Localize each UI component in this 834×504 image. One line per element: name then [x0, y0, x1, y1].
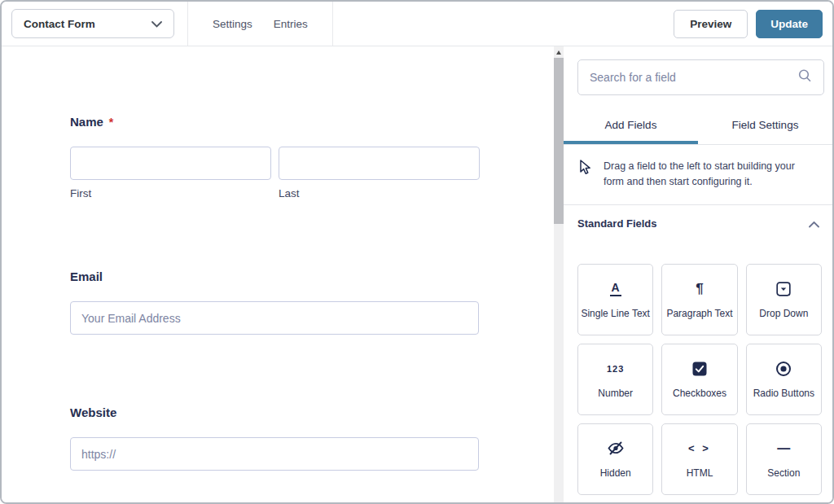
preview-button[interactable]: Preview — [674, 10, 748, 38]
paragraph-text-icon: ¶ — [696, 280, 703, 298]
hidden-icon — [607, 440, 625, 458]
email-input[interactable] — [70, 301, 479, 335]
field-block-name[interactable]: Name* First Last — [70, 115, 554, 199]
sublabel-first: First — [70, 187, 271, 199]
field-tile-drop-down[interactable]: Drop Down — [746, 264, 822, 335]
field-tile-number[interactable]: 123 Number — [577, 344, 653, 415]
nav-settings[interactable]: Settings — [213, 18, 252, 30]
website-input[interactable] — [70, 437, 479, 471]
field-tile-hidden[interactable]: Hidden — [577, 423, 653, 495]
cursor-arrow-icon — [577, 159, 593, 179]
drag-hint: Drag a field to the left to start buildi… — [564, 145, 832, 205]
field-sidebar: Add Fields Field Settings Drag a field t… — [564, 46, 832, 502]
form-switcher-value: Contact Form — [24, 18, 95, 30]
field-label: Email — [70, 270, 103, 283]
name-inputs-row — [70, 147, 554, 180]
number-icon: 123 — [607, 360, 624, 378]
field-tile-checkboxes[interactable]: Checkboxes — [661, 344, 737, 415]
sublabel-last: Last — [279, 187, 480, 199]
html-icon: < > — [688, 440, 711, 458]
field-tile-single-line-text[interactable]: A Single Line Text — [577, 264, 653, 335]
checkboxes-icon — [692, 360, 707, 378]
name-last-input[interactable] — [279, 147, 480, 180]
radio-buttons-icon — [775, 360, 792, 378]
single-line-text-icon: A — [610, 280, 621, 298]
scroll-up-arrow-icon — [556, 50, 561, 55]
search-icon — [797, 68, 812, 86]
drop-down-icon — [776, 280, 791, 298]
field-search-box[interactable] — [577, 59, 824, 95]
toolbar-divider — [332, 2, 333, 46]
nav-entries[interactable]: Entries — [274, 18, 308, 30]
form-canvas: Name* First Last Email Website — [2, 46, 554, 502]
section-title: Standard Fields — [577, 217, 657, 230]
name-first-input[interactable] — [70, 147, 271, 180]
name-sublabels: First Last — [70, 187, 554, 199]
tile-label: Hidden — [600, 467, 631, 479]
canvas-scrollbar[interactable] — [554, 46, 564, 502]
tile-label: Radio Buttons — [753, 388, 814, 399]
tile-label: Drop Down — [759, 308, 808, 319]
field-block-website[interactable]: Website — [70, 405, 554, 471]
scrollbar-thumb[interactable] — [554, 58, 564, 224]
field-label-row: Name* — [70, 115, 554, 129]
form-builder-window: Contact Form Settings Entries Preview Up… — [0, 0, 834, 504]
search-input[interactable] — [590, 71, 797, 84]
field-label: Name — [70, 115, 103, 129]
tile-label: HTML — [687, 467, 713, 479]
tile-label: Checkboxes — [673, 388, 726, 399]
field-block-email[interactable]: Email — [70, 270, 554, 335]
standard-fields-grid: A Single Line Text ¶ Paragraph Text Drop… — [564, 243, 832, 495]
tile-label: Single Line Text — [581, 308, 650, 319]
tile-label: Paragraph Text — [666, 308, 732, 319]
top-toolbar: Contact Form Settings Entries Preview Up… — [2, 2, 832, 46]
drag-hint-text: Drag a field to the left to start buildi… — [604, 159, 816, 190]
tab-field-settings[interactable]: Field Settings — [698, 107, 832, 144]
required-marker: * — [109, 116, 113, 129]
chevron-down-icon — [151, 16, 162, 31]
field-tile-section[interactable]: — Section — [746, 423, 822, 495]
field-tile-paragraph-text[interactable]: ¶ Paragraph Text — [661, 264, 737, 335]
chevron-up-icon — [809, 217, 819, 231]
update-button[interactable]: Update — [756, 10, 823, 38]
tile-label: Number — [598, 388, 633, 399]
sidebar-tabs: Add Fields Field Settings — [564, 107, 832, 145]
field-tile-html[interactable]: < > HTML — [661, 423, 737, 495]
tile-label: Section — [767, 467, 800, 479]
field-label: Website — [70, 405, 116, 419]
scrollbar-up-button[interactable] — [554, 46, 564, 58]
form-switcher[interactable]: Contact Form — [11, 9, 174, 38]
form-toolbar-nav: Settings Entries — [188, 18, 332, 30]
field-tile-radio-buttons[interactable]: Radio Buttons — [746, 344, 822, 415]
main-region: Name* First Last Email Website — [2, 46, 832, 502]
section-icon: — — [777, 440, 790, 458]
tab-add-fields[interactable]: Add Fields — [564, 107, 698, 144]
standard-fields-header[interactable]: Standard Fields — [564, 205, 832, 243]
